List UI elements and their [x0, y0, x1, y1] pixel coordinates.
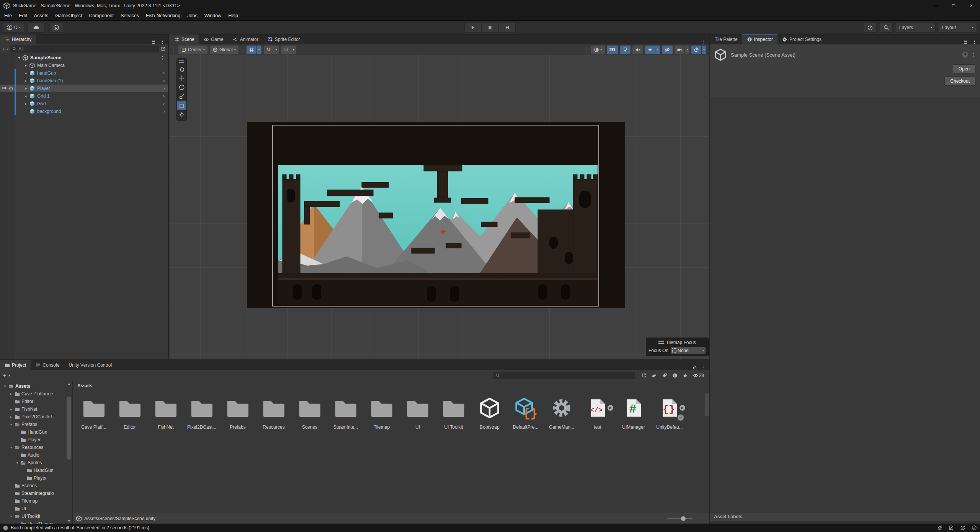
project-tree-row[interactable]: Tilemap	[0, 497, 72, 505]
camera-settings-button[interactable]	[675, 46, 684, 54]
menu-8[interactable]: Window	[201, 11, 225, 20]
project-tree-row[interactable]: UI	[0, 505, 72, 512]
scene-canvas[interactable]: Tilemap Focus Focus On None ▾	[170, 55, 709, 359]
2d-toggle[interactable]: 2D	[607, 46, 618, 54]
menu-5[interactable]: Services	[117, 11, 142, 20]
rotate-tool-button[interactable]	[177, 83, 186, 92]
cache-server-disconnected-icon[interactable]	[949, 525, 954, 530]
increment-snap-toggle[interactable]	[281, 46, 291, 54]
gizmos-caret[interactable]: ▾	[702, 46, 706, 54]
hierarchy-row-scene[interactable]: ▼ SampleScene ⋮	[0, 54, 168, 62]
asset-item[interactable]: Editor	[112, 394, 148, 430]
asset-item[interactable]: GameMan...	[544, 394, 580, 430]
project-tree-row[interactable]: ▸ FishNet	[0, 405, 72, 413]
project-tree-row[interactable]: Editor	[0, 398, 72, 405]
search-by-type-icon[interactable]	[652, 373, 657, 378]
expand-arrow-icon[interactable]: ▾	[15, 461, 19, 465]
project-tree-row[interactable]: SteamIntegratio	[0, 490, 72, 497]
maximize-button[interactable]: □	[945, 0, 962, 11]
project-tree-row[interactable]: Audio	[0, 451, 72, 459]
zoom-slider[interactable]	[667, 518, 693, 519]
shading-mode-dropdown[interactable]: ▾	[591, 46, 605, 54]
prefab-chevron-icon[interactable]: >	[163, 71, 165, 75]
create-asset-caret[interactable]: ▾	[8, 374, 10, 377]
audio-toggle[interactable]	[632, 46, 643, 54]
menu-7[interactable]: Jobs	[184, 11, 201, 20]
menu-1[interactable]: Edit	[15, 11, 31, 20]
project-tree-row[interactable]: ▸ Pixel2DCastleT	[0, 413, 72, 421]
minimize-button[interactable]: —	[927, 0, 945, 11]
asset-item[interactable]: SteamInte...	[328, 394, 364, 430]
tab-unity-version-control[interactable]: Unity Version Control	[64, 360, 116, 370]
asset-item[interactable]: Prefabs	[220, 394, 256, 430]
prefab-chevron-icon[interactable]: >	[163, 109, 165, 114]
asset-item[interactable]: </> ▶ test	[580, 394, 616, 430]
open-button[interactable]: Open	[953, 64, 975, 73]
overlay-drag-handle[interactable]	[658, 341, 664, 344]
menu-4[interactable]: Component	[85, 11, 117, 20]
lighting-toggle[interactable]	[620, 46, 630, 54]
step-button[interactable]	[499, 23, 516, 33]
hierarchy-row[interactable]: background >	[0, 108, 168, 115]
expand-arrow-icon[interactable]: ▸	[23, 64, 29, 67]
asset-labels-bar[interactable]: Asset Labels	[710, 512, 980, 521]
hierarchy-row[interactable]: ▸ Player >	[0, 85, 168, 92]
tab-scene[interactable]: Scene	[170, 34, 199, 44]
undo-history-button[interactable]	[864, 23, 877, 33]
tab-game[interactable]: Game	[199, 34, 228, 44]
hierarchy-row[interactable]: ▸ Grid >	[0, 100, 168, 108]
asset-item[interactable]: UI	[400, 394, 436, 430]
view-tool-button[interactable]	[177, 64, 186, 73]
tab-console[interactable]: Console	[31, 360, 64, 370]
global-search-button[interactable]	[880, 23, 893, 33]
project-tree-row[interactable]: HandGun	[0, 428, 72, 436]
expand-arrow-icon[interactable]: ▸	[23, 86, 29, 90]
pause-button[interactable]	[482, 23, 498, 33]
transform-tool-button[interactable]	[177, 110, 186, 119]
create-asset-button[interactable]: +	[3, 372, 6, 379]
panel-menu-icon[interactable]: ⋮	[701, 39, 706, 44]
grid-snap-caret[interactable]: ▾	[257, 46, 261, 54]
project-tree-row[interactable]: Player	[0, 436, 72, 444]
tree-scrollbar[interactable]	[67, 397, 71, 460]
focus-on-dropdown[interactable]: None ▾	[670, 347, 706, 354]
expand-arrow-icon[interactable]: ▼	[16, 56, 22, 60]
asset-item[interactable]: UI Toolkit	[436, 394, 472, 430]
expand-badge-icon[interactable]: ▶	[679, 405, 685, 411]
unsaved-changes-icon[interactable]	[672, 373, 678, 378]
hierarchy-row[interactable]: ▸ Grid 1 >	[0, 92, 168, 100]
asset-item[interactable]: DefaultPre...	[508, 394, 544, 430]
tab-hierarchy[interactable]: Hierarchy	[0, 34, 36, 44]
activity-ok-icon[interactable]	[972, 525, 977, 530]
project-tree-row[interactable]: ▾ Assets	[0, 382, 72, 390]
tab-project-settings[interactable]: Project Settings	[777, 34, 826, 44]
account-button[interactable]: D ▾	[3, 23, 24, 33]
prefab-chevron-icon[interactable]: >	[163, 78, 165, 83]
effects-toggle[interactable]	[645, 46, 655, 54]
tab-inspector[interactable]: Inspector	[742, 34, 777, 44]
create-caret-icon[interactable]: ▾	[7, 47, 8, 51]
status-message[interactable]: Build completed with a result of 'Succee…	[11, 525, 149, 530]
tab-project[interactable]: Project	[0, 360, 31, 370]
asset-item[interactable]: {} ▶ − UnityDefau...	[652, 394, 688, 430]
grid-snap-toggle[interactable]	[247, 46, 256, 54]
overlay-drag-handle[interactable]	[179, 60, 184, 63]
expand-arrow-icon[interactable]: ▸	[23, 79, 29, 83]
project-tree-row[interactable]: Player	[0, 474, 72, 482]
expand-arrow-icon[interactable]: ▾	[9, 446, 13, 449]
asset-item[interactable]: FishNet	[148, 394, 184, 430]
expand-arrow-icon[interactable]: ▾	[9, 514, 13, 518]
prefab-chevron-icon[interactable]: >	[163, 86, 165, 91]
project-tree-row[interactable]: ▸ Cave Platforme	[0, 390, 72, 398]
expand-badge-icon[interactable]: ▶	[608, 405, 613, 411]
effects-caret[interactable]: ▾	[655, 46, 660, 54]
layers-dropdown[interactable]: Layers ▾	[896, 23, 936, 33]
context-menu-icon[interactable]: ⋮	[971, 52, 976, 58]
search-by-label-icon[interactable]	[662, 373, 667, 378]
pick-asset-icon[interactable]	[641, 373, 647, 378]
play-button[interactable]	[464, 23, 481, 33]
hierarchy-search-input[interactable]: All	[10, 46, 159, 52]
asset-item[interactable]: Scenes	[292, 394, 328, 430]
project-tree-row[interactable]: ▾ Prefabs	[0, 421, 72, 428]
debugger-disabled-icon[interactable]	[937, 525, 942, 530]
